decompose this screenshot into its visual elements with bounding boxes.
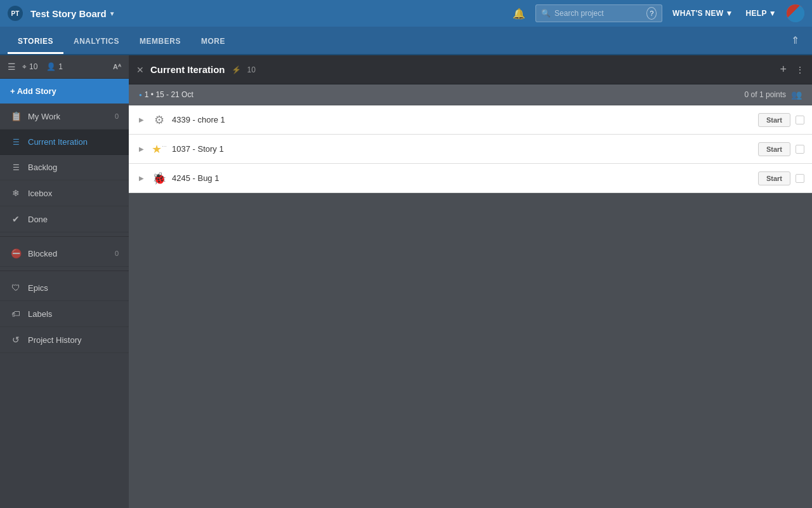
content-area: ✕ Current Iteration ⚡ 10 + ⋮ ● 1 • 15 - … (129, 55, 812, 508)
sidebar-item-icebox[interactable]: ❄ Icebox (0, 180, 129, 206)
blocked-badge: 0 (115, 250, 119, 257)
story-title: 1037 - Story 1 (172, 144, 753, 154)
font-size-button[interactable]: Aᴬ (113, 63, 121, 71)
start-button[interactable]: Start (758, 142, 790, 156)
labels-label: Labels (28, 309, 52, 319)
avatar[interactable] (787, 4, 804, 22)
app-logo: PT (8, 6, 23, 21)
current-iteration-icon: ☰ (10, 138, 22, 147)
panel-more-button[interactable]: ⋮ (796, 65, 804, 75)
sidebar-header: ☰ ⌖ 10 👤 1 Aᴬ (0, 55, 129, 79)
search-bar[interactable]: 🔍 ? (535, 4, 662, 22)
tab-members[interactable]: MEMBERS (129, 30, 191, 54)
done-label: Done (28, 215, 48, 224)
sidebar-item-blocked[interactable]: ⛔ Blocked 0 (0, 241, 129, 267)
app-title-caret[interactable]: ▼ (109, 10, 115, 17)
story-list: ▶ ⚙ 4339 - chore 1 Start ▶ ★… 1037 - Sto… (129, 105, 812, 307)
hamburger-icon[interactable]: ☰ (8, 62, 16, 72)
story-title: 4245 - Bug 1 (172, 173, 753, 183)
icebox-label: Icebox (28, 189, 52, 198)
panel-header: ✕ Current Iteration ⚡ 10 + ⋮ (129, 55, 812, 84)
tab-stories[interactable]: STORIES (8, 30, 63, 54)
main-layout: ☰ ⌖ 10 👤 1 Aᴬ + Add Story 📋 My Work 0 (0, 55, 812, 508)
iteration-bullet-icon: ● (139, 92, 142, 98)
start-button[interactable]: Start (758, 171, 790, 185)
velocity-icon: ⌖ (22, 62, 27, 71)
help-button[interactable]: HELP ▼ (743, 9, 779, 18)
my-work-label: My Work (28, 112, 60, 121)
epics-icon: 🛡 (10, 283, 22, 293)
notification-bell-icon[interactable]: 🔔 (510, 4, 528, 22)
blocked-label: Blocked (28, 249, 57, 258)
my-work-icon: 📋 (10, 111, 22, 121)
iteration-label: 1 • 15 - 21 Oct (145, 90, 193, 99)
bug-type-icon: 🐞 (152, 171, 167, 185)
iteration-points: 0 of 1 points (745, 90, 786, 99)
tab-bar: STORIES ANALYTICS MEMBERS MORE ⇑ (0, 27, 812, 55)
epics-label: Epics (28, 283, 48, 293)
sidebar-item-current-iteration[interactable]: ☰ Current Iteration (0, 130, 129, 155)
panel-count: 10 (247, 65, 256, 74)
panel-close-button[interactable]: ✕ (136, 65, 144, 75)
whats-new-caret-icon: ▼ (725, 9, 733, 18)
table-row: ▶ 🐞 4245 - Bug 1 Start (129, 164, 812, 193)
member-count-value: 1 (58, 62, 63, 71)
add-story-label: + Add Story (10, 86, 56, 96)
search-icon: 🔍 (541, 9, 551, 18)
story-count-value: 10 (29, 62, 37, 71)
sidebar-item-epics[interactable]: 🛡 Epics (0, 275, 129, 301)
tab-analytics[interactable]: ANALYTICS (63, 30, 129, 54)
sidebar-item-backlog[interactable]: ☰ Backlog (0, 155, 129, 180)
empty-content-area (129, 307, 812, 508)
story-checkbox[interactable] (796, 145, 804, 154)
table-row: ▶ ★… 1037 - Story 1 Start (129, 135, 812, 164)
panel-add-button[interactable]: + (777, 63, 789, 76)
app-title: Test Story Board ▼ (30, 8, 115, 19)
icebox-icon: ❄ (10, 188, 22, 198)
iteration-row: ● 1 • 15 - 21 Oct 0 of 1 points 👥 (129, 84, 812, 105)
top-nav: PT Test Story Board ▼ 🔔 🔍 ? WHAT'S NEW ▼… (0, 0, 812, 27)
my-work-badge: 0 (115, 112, 119, 120)
current-iteration-label: Current Iteration (28, 137, 88, 147)
backlog-icon: ☰ (10, 163, 22, 172)
chore-type-icon: ⚙ (152, 113, 167, 127)
done-icon: ✔ (10, 214, 22, 224)
velocity-icon: ⚡ (232, 65, 241, 74)
member-count-stat: 👤 1 (46, 62, 63, 71)
sidebar-divider-1 (0, 236, 129, 237)
search-input[interactable] (554, 9, 643, 18)
story-checkbox[interactable] (796, 174, 804, 183)
sidebar-divider-2 (0, 271, 129, 271)
sidebar-item-project-history[interactable]: ↺ Project History (0, 327, 129, 353)
sidebar-item-my-work[interactable]: 📋 My Work 0 (0, 104, 129, 130)
expand-button[interactable]: ▶ (136, 114, 147, 126)
member-icon: 👤 (46, 62, 56, 71)
expand-button[interactable]: ▶ (136, 143, 147, 155)
sidebar-item-done[interactable]: ✔ Done (0, 206, 129, 232)
story-type-icon: ★… (152, 142, 167, 156)
panel-title: Current Iteration (150, 64, 225, 75)
add-story-button[interactable]: + Add Story (0, 79, 129, 104)
whats-new-button[interactable]: WHAT'S NEW ▼ (670, 9, 735, 18)
labels-icon: 🏷 (10, 309, 22, 319)
help-caret-icon: ▼ (769, 9, 776, 18)
sidebar-stats: ⌖ 10 👤 1 (22, 62, 63, 71)
search-help-icon[interactable]: ? (646, 7, 657, 20)
expand-button[interactable]: ▶ (136, 172, 147, 184)
story-title: 4339 - chore 1 (172, 115, 753, 124)
iteration-avatar-icon[interactable]: 👥 (791, 90, 802, 100)
start-button[interactable]: Start (758, 113, 790, 127)
project-history-icon: ↺ (10, 335, 22, 345)
tab-more[interactable]: MORE (191, 30, 235, 54)
sidebar: ☰ ⌖ 10 👤 1 Aᴬ + Add Story 📋 My Work 0 (0, 55, 129, 508)
backlog-label: Backlog (28, 163, 57, 172)
collapse-button[interactable]: ⇑ (786, 29, 804, 51)
story-count-stat: ⌖ 10 (22, 62, 37, 71)
sidebar-item-labels[interactable]: 🏷 Labels (0, 301, 129, 327)
blocked-icon: ⛔ (10, 248, 22, 258)
table-row: ▶ ⚙ 4339 - chore 1 Start (129, 105, 812, 135)
project-history-label: Project History (28, 335, 82, 345)
story-checkbox[interactable] (796, 116, 804, 124)
